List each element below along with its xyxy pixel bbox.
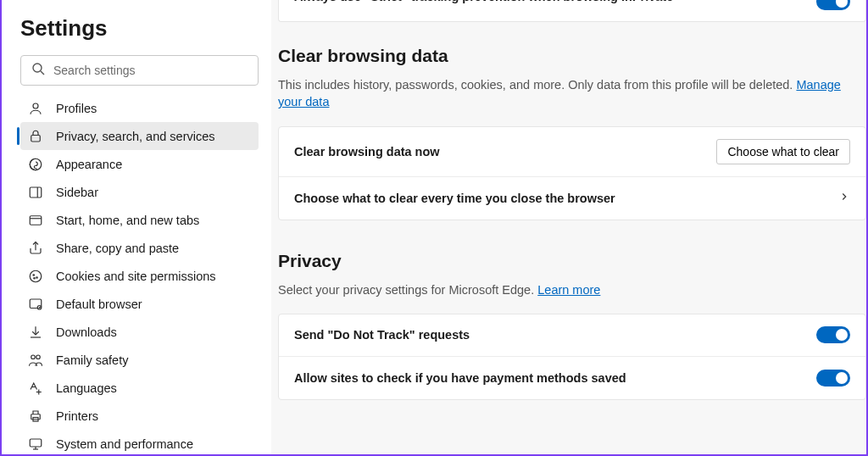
sidebar-item-label: Profiles [56,102,97,115]
svg-rect-3 [31,135,41,142]
sidebar-item-downloads[interactable]: Downloads [20,318,259,346]
sidebar-item-label: Default browser [56,298,142,311]
lock-icon [27,128,44,145]
sidebar-item-label: Languages [56,381,117,395]
payment-methods-toggle[interactable] [816,370,850,386]
cookies-icon [27,268,44,285]
sidebar-item-printers[interactable]: Printers [20,402,259,430]
sidebar-item-privacy[interactable]: Privacy, search, and services [20,122,259,150]
settings-sidebar: Settings Profiles Privacy, search, and s… [2,0,271,454]
strict-tracking-toggle[interactable] [816,0,850,10]
sidebar-item-label: Share, copy and paste [56,242,179,255]
sidebar-item-label: System and performance [56,437,193,451]
section-heading: Clear browsing data [278,46,866,66]
tabs-icon [27,212,44,229]
privacy-learn-more-link[interactable]: Learn more [537,283,600,297]
search-input[interactable] [53,64,248,77]
search-settings-box[interactable] [20,55,259,86]
sidebar-item-label: Family safety [56,353,128,367]
row-label: Clear browsing data now [294,145,440,158]
svg-point-2 [33,103,38,108]
svg-rect-7 [30,215,42,225]
section-description: This includes history, passwords, cookie… [278,76,866,111]
clear-browsing-section: Clear browsing data This includes histor… [271,22,866,220]
sidebar-item-label: Sidebar [56,186,98,199]
strict-tracking-label: Always use "Strict" tracking prevention … [294,0,673,3]
choose-clear-button[interactable]: Choose what to clear [716,139,850,164]
svg-point-0 [33,64,42,72]
sidebar-item-label: Privacy, search, and services [56,130,215,143]
sidebar-item-system[interactable]: System and performance [20,430,259,456]
languages-icon [27,380,44,397]
svg-rect-20 [31,414,41,419]
sidebar-item-default-browser[interactable]: Default browser [20,290,259,318]
sidebar-item-start-home[interactable]: Start, home, and new tabs [20,206,259,234]
row-label: Send "Do Not Track" requests [294,328,470,342]
do-not-track-row: Send "Do Not Track" requests [279,314,865,357]
svg-rect-22 [30,439,42,447]
chevron-right-icon [838,191,850,206]
clear-now-row: Clear browsing data now Choose what to c… [279,127,865,177]
sidebar-item-sidebar[interactable]: Sidebar [20,178,259,206]
svg-line-1 [41,71,44,75]
system-icon [27,436,44,453]
family-icon [27,352,44,369]
sidebar-item-family[interactable]: Family safety [20,346,259,374]
settings-content: Always use "Strict" tracking prevention … [271,0,866,454]
svg-point-12 [36,276,38,278]
section-description: Select your privacy settings for Microso… [278,281,866,298]
sidebar-item-label: Start, home, and new tabs [56,214,199,227]
svg-point-11 [33,274,35,275]
sidebar-item-label: Printers [56,409,98,423]
row-label: Allow sites to check if you have payment… [294,371,626,385]
page-title: Settings [20,15,259,42]
svg-rect-5 [30,187,42,197]
svg-point-13 [34,277,36,279]
default-browser-icon [27,296,44,313]
clear-browsing-card-list: Clear browsing data now Choose what to c… [278,126,866,220]
appearance-icon [27,156,44,173]
download-icon [27,324,44,341]
row-label: Choose what to clear every time you clos… [294,192,615,205]
do-not-track-toggle[interactable] [816,326,850,343]
sidebar-item-cookies[interactable]: Cookies and site permissions [20,262,259,290]
sidebar-item-label: Appearance [56,158,122,171]
printer-icon [27,408,44,425]
sidebar-item-label: Downloads [56,325,117,339]
share-icon [27,240,44,257]
payment-methods-row: Allow sites to check if you have payment… [279,357,865,399]
clear-on-close-row[interactable]: Choose what to clear every time you clos… [279,177,865,220]
sidebar-item-label: Cookies and site permissions [56,270,216,283]
sidebar-item-share-copy[interactable]: Share, copy and paste [20,234,259,262]
privacy-section: Privacy Select your privacy settings for… [271,220,866,400]
section-heading: Privacy [278,251,866,271]
sidebar-item-profiles[interactable]: Profiles [20,94,259,122]
svg-point-17 [31,355,36,359]
svg-point-10 [30,270,42,282]
sidebar-icon [27,184,44,201]
settings-nav: Profiles Privacy, search, and services A… [20,94,259,456]
sidebar-item-appearance[interactable]: Appearance [20,150,259,178]
sidebar-item-languages[interactable]: Languages [20,374,259,402]
profile-icon [27,100,44,117]
strict-tracking-card[interactable]: Always use "Strict" tracking prevention … [278,0,866,22]
search-icon [31,62,45,79]
svg-point-18 [36,355,41,359]
privacy-card-list: Send "Do Not Track" requests Allow sites… [278,314,866,400]
